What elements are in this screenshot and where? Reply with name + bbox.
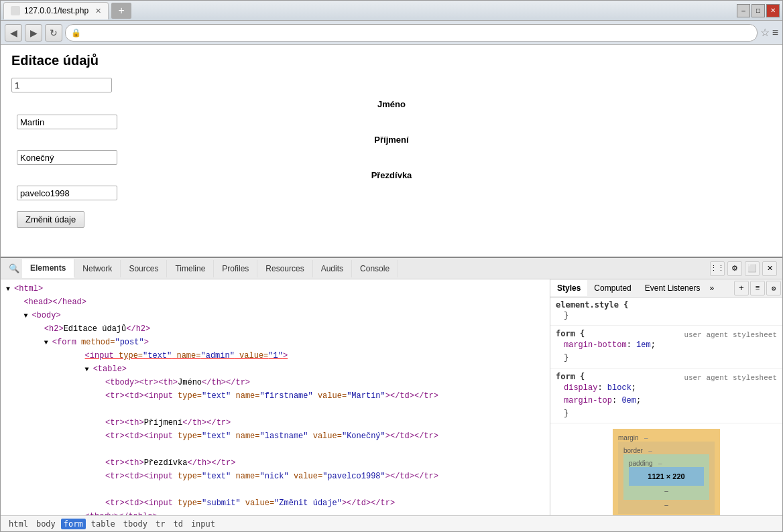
style-rule-form2: form { user agent stylesheet display: bl…: [550, 369, 782, 424]
breadcrumb-table[interactable]: table: [88, 519, 118, 529]
tab-timeline[interactable]: Timeline: [167, 260, 214, 277]
submit-btn[interactable]: Změnit údaje: [17, 211, 84, 228]
form-prop-margin-top: margin-top: 0em;: [556, 395, 777, 407]
dom-line-html[interactable]: <html>: [1, 282, 550, 295]
dom-line-input-admin[interactable]: <input type="text" name="admin" value="1…: [1, 349, 550, 362]
style-rule-form1: form { user agent stylesheet margin-bott…: [550, 326, 782, 368]
style-rule-element: element.style { }: [550, 297, 782, 326]
dom-line-input-lastname[interactable]: <tr><td><input type="text" name="lastnam…: [1, 429, 550, 443]
form-source-2: user agent stylesheet: [684, 374, 777, 382]
styles-filter-btn[interactable]: ≡: [750, 281, 765, 295]
devtools-settings-btn[interactable]: ⚙: [727, 261, 742, 276]
padding-label: padding –: [629, 460, 704, 467]
breadcrumb-body[interactable]: body: [34, 519, 58, 529]
form-rule1-close: }: [556, 352, 777, 364]
devtools-main-content: <html> <head></head> <body> <h2>Editace …: [1, 279, 782, 515]
tab-profiles[interactable]: Profiles: [214, 260, 257, 277]
expand-body[interactable]: [23, 312, 32, 320]
breadcrumb-tbody[interactable]: tbody: [121, 519, 150, 529]
devtools-search-btn[interactable]: 🔍: [6, 261, 22, 277]
page-heading: Editace údajů: [11, 53, 772, 68]
jmeno-label: Jméno: [11, 96, 772, 112]
prijmeni-label: Příjmení: [11, 132, 772, 147]
edit-form: Jméno Příjmení: [11, 78, 772, 230]
dom-line-close-tbody[interactable]: <tbody></table>: [1, 510, 550, 515]
firstname-input[interactable]: [17, 115, 117, 129]
nick-input[interactable]: [17, 186, 117, 200]
border-bottom-dash: –: [623, 500, 709, 509]
dom-line-head[interactable]: <head></head>: [1, 295, 550, 309]
dom-line-table[interactable]: <table>: [1, 362, 550, 376]
refresh-btn[interactable]: ↻: [45, 24, 62, 42]
dom-panel[interactable]: <html> <head></head> <body> <h2>Editace …: [1, 279, 550, 515]
submit-cell: Změnit údaje: [11, 203, 772, 230]
styles-settings-btn[interactable]: ⚙: [766, 281, 781, 295]
page-content-area: Editace údajů Jméno Příjmení: [1, 45, 782, 257]
window-controls: – □ ✕: [737, 4, 780, 17]
devtools-icon-group: ⋮⋮ ⚙ ⬜ ✕: [710, 261, 777, 276]
back-btn[interactable]: ◀: [5, 24, 22, 42]
tab-console[interactable]: Console: [352, 260, 398, 277]
browser-tab[interactable]: 127.0.0.1/test.php ✕: [3, 2, 109, 19]
dom-line-submit[interactable]: <tr><td><input type="submit" value="Změn…: [1, 496, 550, 510]
menu-btn[interactable]: ≡: [772, 27, 778, 39]
border-label: border –: [623, 447, 709, 454]
styles-add-btn[interactable]: +: [734, 281, 749, 295]
close-btn[interactable]: ✕: [766, 4, 780, 17]
dom-line-input-firstname[interactable]: <tr><td><input type="text" name="firstna…: [1, 389, 550, 403]
new-tab-btn[interactable]: +: [111, 3, 131, 19]
tab-audits[interactable]: Audits: [313, 260, 352, 277]
maximize-btn[interactable]: □: [751, 4, 765, 17]
box-content: 1121 × 220: [629, 467, 704, 486]
tab-close-btn[interactable]: ✕: [95, 7, 101, 15]
devtools-undock-btn[interactable]: ⬜: [745, 261, 760, 276]
styles-tab-event[interactable]: Event Listeners: [638, 280, 707, 296]
devtools-dock-btn[interactable]: ⋮⋮: [710, 261, 725, 276]
devtools-tabs: 🔍 Elements Network Sources Timeline Prof…: [1, 258, 782, 279]
expand-html[interactable]: [6, 285, 14, 293]
styles-tabs-bar: Styles Computed Event Listeners » + ≡ ⚙: [550, 279, 782, 297]
prezdivka-label: Přezdívka: [11, 168, 772, 183]
form-source-1: user agent stylesheet: [684, 331, 777, 339]
dom-line-body[interactable]: <body>: [1, 309, 550, 322]
breadcrumb-tr[interactable]: tr: [153, 519, 168, 529]
dom-line-tbody-jmeno[interactable]: <tbody><tr><th>Jméno</th></tr>: [1, 376, 550, 389]
tab-elements[interactable]: Elements: [22, 259, 74, 278]
jmeno-cell: [11, 112, 772, 132]
margin-bottom-value: 16: [618, 514, 715, 515]
form-selector-2: form {: [556, 372, 585, 381]
bookmark-btn[interactable]: ☆: [760, 26, 770, 39]
styles-tab-more[interactable]: »: [707, 280, 717, 296]
form-table: Jméno Příjmení: [11, 96, 772, 230]
devtools-close-btn[interactable]: ✕: [762, 261, 777, 276]
tab-network[interactable]: Network: [74, 260, 121, 277]
styles-tab-styles[interactable]: Styles: [550, 280, 587, 296]
address-bar[interactable]: 127.0.0.1/test.php: [85, 25, 751, 41]
dom-line-form[interactable]: <form method="post">: [1, 336, 550, 349]
devtools-panel: 🔍 Elements Network Sources Timeline Prof…: [1, 257, 782, 531]
form-prop-display: display: block;: [556, 382, 777, 395]
dom-line-prezdivka[interactable]: <tr><th>Přezdívka</th></tr>: [1, 456, 550, 470]
box-padding: padding – 1121 × 220 –: [623, 454, 709, 500]
dom-line-h2[interactable]: <h2>Editace údajů</h2>: [1, 322, 550, 336]
browser-toolbar: ◀ ▶ ↻ 🔒 127.0.0.1/test.php ☆ ≡: [1, 21, 782, 45]
tab-sources[interactable]: Sources: [121, 260, 167, 277]
breadcrumb-form[interactable]: form: [61, 519, 86, 529]
expand-table[interactable]: [85, 366, 93, 373]
element-style-selector: element.style {: [556, 300, 628, 310]
forward-btn[interactable]: ▶: [25, 24, 42, 42]
dom-line-input-nick[interactable]: <tr><td><input type="text" name="nick" v…: [1, 470, 550, 483]
lastname-input[interactable]: [17, 150, 117, 165]
breadcrumb-td[interactable]: td: [170, 519, 185, 529]
expand-form[interactable]: [44, 339, 52, 346]
minimize-btn[interactable]: –: [737, 4, 750, 17]
dom-line-prijmeni[interactable]: <tr><th>Příjmení</th></tr>: [1, 416, 550, 429]
box-content-size: 1121 × 220: [648, 472, 684, 480]
breadcrumb-html[interactable]: html: [6, 519, 31, 529]
styles-tab-computed[interactable]: Computed: [587, 280, 638, 296]
breadcrumb-input[interactable]: input: [188, 519, 218, 529]
address-icon: 🔒: [71, 28, 81, 38]
box-model-container: margin – border – padding – 1121 × 220 –: [550, 423, 782, 515]
id-field[interactable]: [11, 78, 112, 92]
tab-resources[interactable]: Resources: [257, 260, 312, 277]
